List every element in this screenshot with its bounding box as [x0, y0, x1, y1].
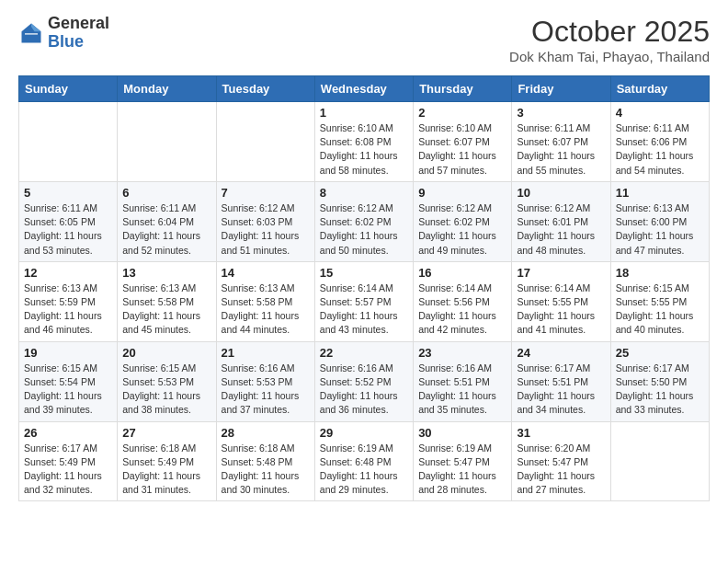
calendar-cell: 19Sunrise: 6:15 AMSunset: 5:54 PMDayligh…: [19, 341, 118, 421]
location-title: Dok Kham Tai, Phayao, Thailand: [509, 49, 710, 64]
calendar-cell: 11Sunrise: 6:13 AMSunset: 6:00 PMDayligh…: [610, 181, 709, 261]
day-info: Sunrise: 6:11 AMSunset: 6:07 PMDaylight:…: [517, 121, 605, 178]
calendar-cell: 1Sunrise: 6:10 AMSunset: 6:08 PMDaylight…: [314, 102, 413, 182]
day-info: Sunrise: 6:12 AMSunset: 6:03 PMDaylight:…: [222, 201, 310, 258]
day-number: 3: [517, 106, 605, 120]
calendar-cell: 12Sunrise: 6:13 AMSunset: 5:59 PMDayligh…: [19, 261, 118, 341]
calendar-cell: 23Sunrise: 6:16 AMSunset: 5:51 PMDayligh…: [414, 341, 512, 421]
calendar-cell: 4Sunrise: 6:11 AMSunset: 6:06 PMDaylight…: [610, 102, 709, 182]
calendar-cell: 10Sunrise: 6:12 AMSunset: 6:01 PMDayligh…: [512, 181, 610, 261]
day-number: 2: [418, 106, 506, 120]
day-info: Sunrise: 6:14 AMSunset: 5:56 PMDaylight:…: [418, 282, 506, 338]
day-number: 1: [320, 106, 408, 120]
day-number: 24: [517, 346, 605, 360]
calendar-cell: 27Sunrise: 6:18 AMSunset: 5:49 PMDayligh…: [118, 421, 216, 501]
day-number: 21: [222, 346, 310, 360]
day-info: Sunrise: 6:18 AMSunset: 5:49 PMDaylight:…: [122, 442, 210, 498]
day-number: 19: [24, 346, 112, 360]
day-number: 11: [616, 186, 704, 200]
logo-blue: Blue: [48, 32, 84, 51]
day-info: Sunrise: 6:15 AMSunset: 5:55 PMDaylight:…: [616, 282, 704, 338]
header: General Blue October 2025 Dok Kham Tai, …: [18, 15, 710, 64]
calendar-cell: 22Sunrise: 6:16 AMSunset: 5:52 PMDayligh…: [314, 341, 413, 421]
calendar-cell: 5Sunrise: 6:11 AMSunset: 6:05 PMDaylight…: [19, 181, 118, 261]
logo-general: General: [48, 14, 109, 32]
calendar-cell: 18Sunrise: 6:15 AMSunset: 5:55 PMDayligh…: [610, 261, 709, 341]
calendar-cell: 21Sunrise: 6:16 AMSunset: 5:53 PMDayligh…: [216, 341, 314, 421]
logo-text: General Blue: [48, 15, 109, 52]
day-info: Sunrise: 6:13 AMSunset: 5:59 PMDaylight:…: [24, 282, 112, 338]
day-info: Sunrise: 6:15 AMSunset: 5:53 PMDaylight:…: [122, 362, 210, 418]
day-info: Sunrise: 6:14 AMSunset: 5:55 PMDaylight:…: [517, 282, 605, 338]
calendar-cell: 2Sunrise: 6:10 AMSunset: 6:07 PMDaylight…: [414, 102, 512, 182]
calendar-cell: 20Sunrise: 6:15 AMSunset: 5:53 PMDayligh…: [118, 341, 216, 421]
day-number: 5: [24, 186, 112, 200]
week-row-1: 1Sunrise: 6:10 AMSunset: 6:08 PMDaylight…: [19, 102, 710, 182]
weekday-header-monday: Monday: [118, 76, 216, 102]
day-number: 23: [418, 346, 506, 360]
day-number: 8: [320, 186, 408, 200]
calendar-cell: [118, 102, 216, 182]
day-info: Sunrise: 6:17 AMSunset: 5:50 PMDaylight:…: [616, 362, 704, 418]
day-info: Sunrise: 6:11 AMSunset: 6:06 PMDaylight:…: [616, 121, 704, 178]
day-number: 9: [418, 186, 506, 200]
calendar-cell: 28Sunrise: 6:18 AMSunset: 5:48 PMDayligh…: [216, 421, 314, 501]
calendar-cell: 13Sunrise: 6:13 AMSunset: 5:58 PMDayligh…: [118, 261, 216, 341]
day-info: Sunrise: 6:16 AMSunset: 5:51 PMDaylight:…: [418, 362, 506, 418]
week-row-4: 19Sunrise: 6:15 AMSunset: 5:54 PMDayligh…: [19, 341, 710, 421]
calendar-cell: 8Sunrise: 6:12 AMSunset: 6:02 PMDaylight…: [314, 181, 413, 261]
calendar-cell: 15Sunrise: 6:14 AMSunset: 5:57 PMDayligh…: [314, 261, 413, 341]
day-number: 22: [320, 346, 408, 360]
weekday-header-friday: Friday: [512, 76, 610, 102]
week-row-3: 12Sunrise: 6:13 AMSunset: 5:59 PMDayligh…: [19, 261, 710, 341]
day-info: Sunrise: 6:13 AMSunset: 5:58 PMDaylight:…: [122, 282, 210, 338]
weekday-header-saturday: Saturday: [610, 76, 709, 102]
day-number: 28: [222, 426, 310, 440]
month-title: October 2025: [509, 15, 710, 49]
day-info: Sunrise: 6:16 AMSunset: 5:52 PMDaylight:…: [320, 362, 408, 418]
day-number: 16: [418, 266, 506, 280]
calendar-cell: 30Sunrise: 6:19 AMSunset: 5:47 PMDayligh…: [414, 421, 512, 501]
day-number: 25: [616, 346, 704, 360]
calendar-cell: 25Sunrise: 6:17 AMSunset: 5:50 PMDayligh…: [610, 341, 709, 421]
calendar-cell: [216, 102, 314, 182]
day-number: 7: [222, 186, 310, 200]
title-area: October 2025 Dok Kham Tai, Phayao, Thail…: [509, 15, 710, 64]
day-number: 15: [320, 266, 408, 280]
calendar-cell: 31Sunrise: 6:20 AMSunset: 5:47 PMDayligh…: [512, 421, 610, 501]
calendar-cell: 16Sunrise: 6:14 AMSunset: 5:56 PMDayligh…: [414, 261, 512, 341]
weekday-header-sunday: Sunday: [19, 76, 118, 102]
calendar-cell: 29Sunrise: 6:19 AMSunset: 6:48 PMDayligh…: [314, 421, 413, 501]
day-number: 12: [24, 266, 112, 280]
svg-rect-2: [25, 33, 38, 35]
day-number: 26: [24, 426, 112, 440]
day-number: 17: [517, 266, 605, 280]
day-info: Sunrise: 6:19 AMSunset: 5:47 PMDaylight:…: [418, 442, 506, 498]
logo: General Blue: [18, 15, 109, 52]
calendar-cell: 26Sunrise: 6:17 AMSunset: 5:49 PMDayligh…: [19, 421, 118, 501]
logo-icon: [18, 20, 44, 46]
day-number: 30: [418, 426, 506, 440]
day-number: 27: [122, 426, 210, 440]
calendar-cell: [19, 102, 118, 182]
day-number: 20: [122, 346, 210, 360]
weekday-header-tuesday: Tuesday: [216, 76, 314, 102]
day-info: Sunrise: 6:11 AMSunset: 6:04 PMDaylight:…: [122, 201, 210, 258]
weekday-header-row: SundayMondayTuesdayWednesdayThursdayFrid…: [19, 76, 710, 102]
day-number: 31: [517, 426, 605, 440]
day-info: Sunrise: 6:12 AMSunset: 6:02 PMDaylight:…: [418, 201, 506, 258]
day-info: Sunrise: 6:10 AMSunset: 6:07 PMDaylight:…: [418, 121, 506, 178]
calendar-cell: [610, 421, 709, 501]
week-row-2: 5Sunrise: 6:11 AMSunset: 6:05 PMDaylight…: [19, 181, 710, 261]
weekday-header-wednesday: Wednesday: [314, 76, 413, 102]
calendar-cell: 6Sunrise: 6:11 AMSunset: 6:04 PMDaylight…: [118, 181, 216, 261]
day-number: 10: [517, 186, 605, 200]
day-info: Sunrise: 6:17 AMSunset: 5:51 PMDaylight:…: [517, 362, 605, 418]
calendar-cell: 14Sunrise: 6:13 AMSunset: 5:58 PMDayligh…: [216, 261, 314, 341]
calendar-cell: 24Sunrise: 6:17 AMSunset: 5:51 PMDayligh…: [512, 341, 610, 421]
day-info: Sunrise: 6:17 AMSunset: 5:49 PMDaylight:…: [24, 442, 112, 498]
calendar-cell: 3Sunrise: 6:11 AMSunset: 6:07 PMDaylight…: [512, 102, 610, 182]
day-info: Sunrise: 6:16 AMSunset: 5:53 PMDaylight:…: [222, 362, 310, 418]
day-info: Sunrise: 6:10 AMSunset: 6:08 PMDaylight:…: [320, 121, 408, 178]
day-number: 29: [320, 426, 408, 440]
